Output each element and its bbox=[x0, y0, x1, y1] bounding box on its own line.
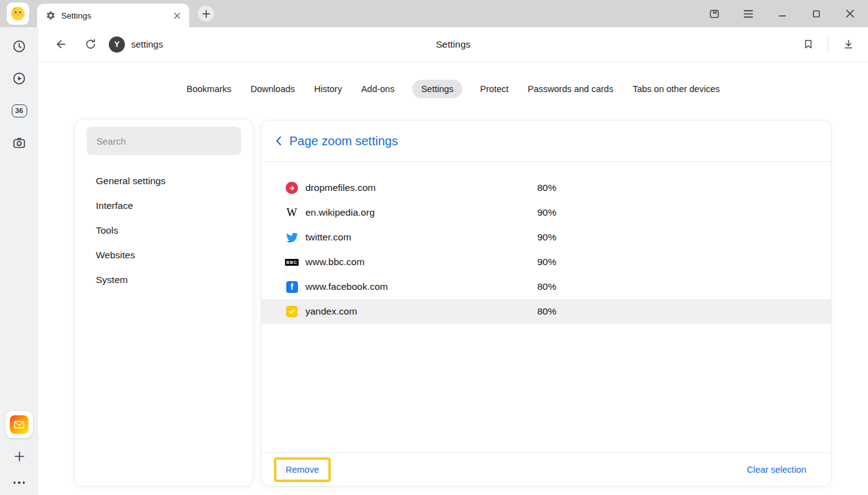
toolbar: Y settings Settings bbox=[38, 27, 868, 62]
site-name: en.wikipedia.org bbox=[305, 207, 375, 218]
menu-icon[interactable] bbox=[738, 3, 759, 24]
site-row-bbc[interactable]: BBC www.bbc.com 90% bbox=[262, 250, 831, 274]
facebook-favicon: f bbox=[285, 281, 299, 293]
site-row-twitter[interactable]: twitter.com 90% bbox=[262, 225, 831, 250]
bbc-favicon: BBC bbox=[285, 259, 299, 266]
menu-item-interface[interactable]: Interface bbox=[75, 193, 253, 218]
close-window-icon[interactable] bbox=[840, 3, 861, 24]
add-shortcut-button[interactable] bbox=[9, 446, 30, 467]
downloads-icon[interactable] bbox=[837, 33, 859, 56]
video-player-icon[interactable] bbox=[7, 67, 31, 90]
zoom-panel-title: Page zoom settings bbox=[289, 134, 398, 148]
rail-bottom-group bbox=[0, 411, 38, 489]
site-name: dropmefiles.com bbox=[305, 182, 376, 193]
tab-downloads[interactable]: Downloads bbox=[249, 80, 296, 98]
tab-counter-icon[interactable]: 36 bbox=[7, 99, 31, 122]
tab-bar: Settings bbox=[0, 0, 868, 27]
mail-app-icon[interactable] bbox=[6, 411, 33, 438]
site-zoom-value: 90% bbox=[537, 256, 556, 268]
toolbar-divider bbox=[828, 37, 828, 52]
settings-nav: Bookmarks Downloads History Add-ons Sett… bbox=[38, 62, 868, 98]
site-name: twitter.com bbox=[305, 232, 351, 243]
remove-button[interactable]: Remove bbox=[286, 465, 319, 475]
site-zoom-value: 90% bbox=[537, 207, 556, 218]
page-title: Settings bbox=[436, 39, 470, 50]
gear-icon bbox=[46, 11, 56, 20]
site-name: yandex.com bbox=[305, 306, 357, 317]
chick-avatar-icon bbox=[10, 6, 26, 22]
browser-window: Settings bbox=[0, 0, 868, 495]
tab-other-devices[interactable]: Tabs on other devices bbox=[631, 80, 721, 98]
site-zoom-value: 90% bbox=[537, 232, 556, 243]
main-area: 36 bbox=[0, 27, 868, 495]
more-options-icon[interactable] bbox=[14, 476, 25, 489]
menu-item-general-settings[interactable]: General settings bbox=[75, 169, 253, 193]
site-zoom-value: 80% bbox=[537, 182, 556, 193]
dropmefiles-favicon bbox=[285, 182, 299, 194]
checkbox-checked-icon[interactable] bbox=[285, 306, 299, 317]
sidebar-panel-icon[interactable] bbox=[704, 3, 725, 24]
site-row-wikipedia[interactable]: W en.wikipedia.org 90% bbox=[262, 200, 831, 225]
plus-icon bbox=[202, 10, 210, 18]
plus-icon bbox=[14, 451, 25, 462]
profile-avatar[interactable] bbox=[7, 2, 29, 25]
wikipedia-favicon: W bbox=[285, 207, 299, 218]
mail-gradient-tile bbox=[10, 415, 28, 434]
reload-icon[interactable] bbox=[79, 33, 101, 56]
site-name: www.bbc.com bbox=[305, 256, 365, 268]
tab-settings[interactable]: Settings bbox=[412, 80, 462, 98]
tabbar-controls bbox=[704, 3, 868, 24]
back-icon[interactable] bbox=[49, 33, 72, 56]
history-icon[interactable] bbox=[7, 35, 31, 58]
maximize-icon[interactable] bbox=[806, 3, 827, 24]
toolbar-right-group bbox=[797, 33, 859, 56]
tab-bookmarks[interactable]: Bookmarks bbox=[185, 80, 233, 98]
tab-title: Settings bbox=[61, 11, 164, 20]
new-tab-button[interactable] bbox=[198, 6, 214, 22]
zoom-panel-footer: Remove Clear selection bbox=[262, 452, 831, 486]
tab-close-icon[interactable] bbox=[169, 8, 184, 23]
site-row-facebook[interactable]: f www.facebook.com 80% bbox=[262, 274, 831, 299]
back-chevron-icon bbox=[274, 136, 283, 146]
bookmark-icon[interactable] bbox=[797, 33, 819, 56]
search-input[interactable] bbox=[87, 127, 241, 155]
zoom-rows: dropmefiles.com 80% W en.wikipedia.org 9… bbox=[262, 162, 831, 324]
tab-passwords[interactable]: Passwords and cards bbox=[527, 80, 615, 98]
site-zoom-value: 80% bbox=[537, 306, 556, 317]
site-zoom-value: 80% bbox=[537, 281, 556, 292]
browser-tab-settings[interactable]: Settings bbox=[37, 4, 189, 27]
page-zoom-card: Page zoom settings dropmefiles.com 80% bbox=[261, 120, 832, 486]
minimize-icon[interactable] bbox=[772, 3, 793, 24]
menu-item-websites[interactable]: Websites bbox=[75, 243, 253, 268]
side-rail: 36 bbox=[0, 27, 38, 495]
screenshot-icon[interactable] bbox=[7, 131, 31, 154]
tab-protect[interactable]: Protect bbox=[479, 80, 510, 98]
url-text: settings bbox=[131, 39, 163, 49]
tab-history[interactable]: History bbox=[313, 80, 343, 98]
page-column: Y settings Settings Boo bbox=[38, 27, 868, 495]
menu-item-tools[interactable]: Tools bbox=[75, 218, 253, 243]
site-row-yandex[interactable]: yandex.com 80% bbox=[262, 299, 831, 324]
remove-button-highlight: Remove bbox=[274, 457, 331, 482]
menu-item-system[interactable]: System bbox=[75, 268, 253, 292]
tab-addons[interactable]: Add-ons bbox=[360, 80, 396, 98]
address-bar[interactable]: Y settings bbox=[109, 36, 163, 53]
settings-page: Bookmarks Downloads History Add-ons Sett… bbox=[38, 62, 868, 495]
site-row-dropmefiles[interactable]: dropmefiles.com 80% bbox=[262, 176, 831, 200]
tab-count-badge: 36 bbox=[12, 104, 27, 117]
zoom-panel-header[interactable]: Page zoom settings bbox=[262, 121, 831, 162]
settings-menu-card: General settings Interface Tools Website… bbox=[74, 119, 253, 486]
yandex-logo-icon: Y bbox=[109, 36, 125, 53]
twitter-favicon bbox=[285, 232, 299, 243]
settings-menu-list: General settings Interface Tools Website… bbox=[75, 169, 253, 292]
clear-selection-button[interactable]: Clear selection bbox=[747, 465, 806, 475]
site-name: www.facebook.com bbox=[305, 281, 388, 292]
